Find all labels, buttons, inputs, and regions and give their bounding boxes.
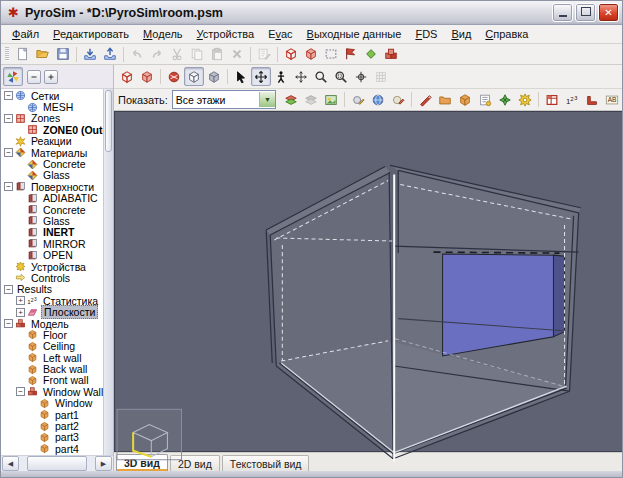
- tree-item-реакции[interactable]: Реакции: [1, 136, 103, 147]
- tree-item-zone0-outer-zon[interactable]: ZONE0 (Outer Zon: [1, 124, 103, 135]
- folder-open-button[interactable]: [33, 45, 53, 64]
- menu-3[interactable]: Модель: [136, 27, 190, 41]
- collapse-expander-icon[interactable]: −: [4, 148, 13, 157]
- page-new-button[interactable]: [13, 45, 33, 64]
- scrollbar-thumb[interactable]: [105, 90, 112, 152]
- image-button[interactable]: [321, 90, 341, 109]
- expand-expander-icon[interactable]: +: [16, 308, 25, 317]
- cube-wire-red-button[interactable]: [117, 67, 137, 86]
- collapse-expander-icon[interactable]: −: [4, 91, 13, 100]
- tree-item-part3[interactable]: part3: [1, 432, 103, 443]
- cursor-button[interactable]: [231, 67, 251, 86]
- cube-red-button[interactable]: [301, 45, 321, 64]
- flag-red-button[interactable]: [341, 45, 361, 64]
- tray-export-button[interactable]: [100, 45, 120, 64]
- zoom-button[interactable]: [311, 67, 331, 86]
- menu-4[interactable]: Устройства: [190, 27, 262, 41]
- expand-all-button[interactable]: [44, 70, 58, 84]
- menu-1[interactable]: Файл: [5, 27, 46, 41]
- menu-8[interactable]: Вид: [444, 27, 478, 41]
- dotted-select-button[interactable]: [321, 45, 341, 64]
- menu-9[interactable]: Справка: [478, 27, 535, 41]
- diamond-green-button[interactable]: [361, 45, 381, 64]
- tree-item-open[interactable]: OPEN: [1, 249, 103, 260]
- ab-button[interactable]: AB: [602, 90, 622, 109]
- tree-item-results[interactable]: −Results: [1, 284, 103, 295]
- angle-red-button[interactable]: [582, 90, 602, 109]
- tree-item-front-wall[interactable]: Front wall: [1, 375, 103, 386]
- tree-item-glass[interactable]: Glass: [1, 215, 103, 226]
- tree-item-window[interactable]: Window: [1, 398, 103, 409]
- expand-expander-icon[interactable]: +: [16, 296, 25, 305]
- filter-view-button[interactable]: [3, 67, 23, 86]
- tree-item-back-wall[interactable]: Back wall: [1, 363, 103, 374]
- tree-item-плоскости[interactable]: +Плоскости: [1, 306, 103, 317]
- box-orange-button[interactable]: [455, 90, 475, 109]
- gear-yellow-button[interactable]: [515, 90, 535, 109]
- title-bar[interactable]: ✱ PyroSim - *D:\PyroSim\room.psm ✕: [1, 1, 622, 25]
- tree-item-window-wall[interactable]: −Window Wall: [1, 386, 103, 397]
- collapse-all-button[interactable]: [27, 70, 41, 84]
- menu-5[interactable]: Evac: [261, 27, 299, 41]
- minimize-button[interactable]: [552, 3, 573, 22]
- tree-item-модель[interactable]: −Модель: [1, 318, 103, 329]
- tree-item-part1[interactable]: part1: [1, 409, 103, 420]
- move-button[interactable]: [291, 67, 311, 86]
- tree-item-part2[interactable]: part2: [1, 420, 103, 431]
- tray-import-button[interactable]: [80, 45, 100, 64]
- menu-6[interactable]: Выходные данные: [300, 27, 409, 41]
- collapse-expander-icon[interactable]: −: [4, 285, 13, 294]
- globe-button[interactable]: [368, 90, 388, 109]
- 3d-viewport[interactable]: [114, 111, 622, 452]
- collapse-expander-icon[interactable]: −: [4, 182, 13, 191]
- tree-item-part4[interactable]: part4: [1, 443, 103, 454]
- folder-orange-button[interactable]: [435, 90, 455, 109]
- close-button[interactable]: ✕: [598, 3, 619, 22]
- menu-2[interactable]: Редактировать: [46, 27, 136, 41]
- one23-button[interactable]: 123: [562, 90, 582, 109]
- cube-red2-button[interactable]: [137, 67, 157, 86]
- pan-button[interactable]: [251, 67, 271, 86]
- tree-item-сетки[interactable]: −Сетки: [1, 90, 103, 101]
- sketch-hand-button[interactable]: [388, 90, 408, 109]
- tree-item-mirror[interactable]: MIRROR: [1, 238, 103, 249]
- sketch-gear-button[interactable]: [348, 90, 368, 109]
- tree-item-controls[interactable]: Controls: [1, 272, 103, 283]
- tree-item-ceiling[interactable]: Ceiling: [1, 341, 103, 352]
- tree-item-inert[interactable]: INERT: [1, 227, 103, 238]
- tree-item-glass[interactable]: Glass: [1, 170, 103, 181]
- table-red-button[interactable]: [542, 90, 562, 109]
- notes2-button[interactable]: [475, 90, 495, 109]
- collapse-expander-icon[interactable]: −: [16, 387, 25, 396]
- chevron-down-icon[interactable]: ▼: [259, 92, 275, 107]
- floors-button[interactable]: [281, 90, 301, 109]
- cube-white-button[interactable]: [184, 67, 204, 86]
- sphere-red-button[interactable]: [164, 67, 184, 86]
- tree-item-concrete[interactable]: Concrete: [1, 204, 103, 215]
- pen-red-button[interactable]: [415, 90, 435, 109]
- scroll-left-button[interactable]: ◀: [2, 456, 19, 471]
- tree-item-zones[interactable]: −Zones: [1, 113, 103, 124]
- tree-item-adiabatic[interactable]: ADIABATIC: [1, 193, 103, 204]
- tree-item-устройства[interactable]: Устройства: [1, 261, 103, 272]
- tree-horizontal-scrollbar[interactable]: ◀ ▶: [1, 455, 113, 471]
- tree-item-left-wall[interactable]: Left wall: [1, 352, 103, 363]
- scrollbar-track[interactable]: [20, 457, 94, 470]
- maximize-button[interactable]: [575, 3, 596, 22]
- tree-vertical-scrollbar[interactable]: [103, 89, 113, 455]
- cube-gray-button[interactable]: [204, 67, 224, 86]
- zoom-window-button[interactable]: [331, 67, 351, 86]
- move-green-button[interactable]: [495, 90, 515, 109]
- person-button[interactable]: [271, 67, 291, 86]
- collapse-expander-icon[interactable]: −: [4, 319, 13, 328]
- tree-item-материалы[interactable]: −Материалы: [1, 147, 103, 158]
- floor-combobox[interactable]: Все этажи ▼: [172, 90, 276, 109]
- cube-wire-red-button[interactable]: [281, 45, 301, 64]
- toolbar-grip[interactable]: [5, 47, 9, 61]
- scroll-right-button[interactable]: ▶: [95, 456, 112, 471]
- menu-7[interactable]: FDS: [408, 27, 444, 41]
- tree-item-concrete[interactable]: Concrete: [1, 158, 103, 169]
- collapse-expander-icon[interactable]: −: [4, 114, 13, 123]
- center-target-button[interactable]: [351, 67, 371, 86]
- tree-item-поверхности[interactable]: −Поверхности: [1, 181, 103, 192]
